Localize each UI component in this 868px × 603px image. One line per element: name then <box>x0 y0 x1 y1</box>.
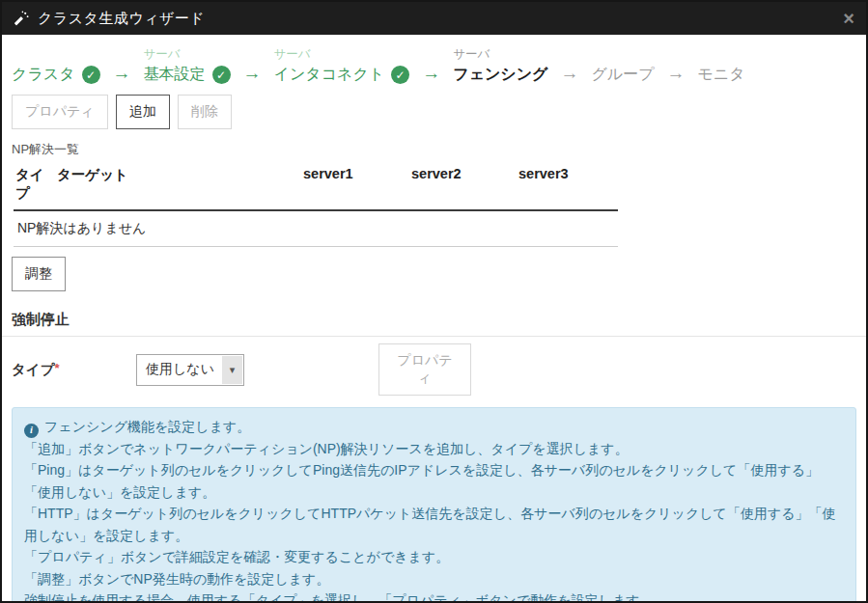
info-line: 「Ping」はターゲット列のセルをクリックしてPing送信先のIPアドレスを設定… <box>24 459 844 503</box>
magic-wand-icon <box>14 11 29 26</box>
step-label: クラスタ <box>12 65 75 85</box>
tune-button[interactable]: 調整 <box>12 257 66 291</box>
step-super-label: サーバ <box>453 46 490 65</box>
close-icon[interactable]: × <box>843 9 854 28</box>
info-line: 強制停止を使用する場合、使用する「タイプ」を選択し、「プロパティ」ボタンで動作を… <box>24 589 844 603</box>
step-label: グループ <box>591 65 654 85</box>
type-select[interactable]: 使用しない ▾ <box>136 354 244 386</box>
delete-button: 削除 <box>178 95 232 129</box>
column-header-type: タイプ <box>15 166 57 203</box>
step-group: グループ <box>591 46 654 85</box>
forced-stop-type-row: タイプ* 使用しない ▾ プロパティ <box>12 343 856 396</box>
info-line: 「プロパティ」ボタンで詳細設定を確認・変更することができます。 <box>24 546 844 568</box>
step-monitor: モニタ <box>698 46 745 85</box>
np-table-header: タイプ ターゲット server1 server2 server3 <box>14 160 618 211</box>
check-icon: ✓ <box>212 66 231 84</box>
required-mark: * <box>55 361 60 375</box>
info-line: 「調整」ボタンでNP発生時の動作を設定します。 <box>24 568 844 590</box>
title-bar: クラスタ生成ウィザード × <box>2 2 866 35</box>
type-label: タイプ* <box>12 361 136 379</box>
column-header-server1: server1 <box>303 166 411 203</box>
np-table-empty-row: NP解決はありません <box>14 211 618 247</box>
arrow-right-icon: → <box>560 63 578 85</box>
check-icon: ✓ <box>82 66 100 84</box>
info-line: 「HTTP」はターゲット列のセルをクリックしてHTTPパケット送信先を設定し、各… <box>24 503 844 546</box>
column-header-server3: server3 <box>518 166 620 203</box>
column-header-target: ターゲット <box>57 166 303 203</box>
forced-stop-property-button: プロパティ <box>378 343 471 396</box>
arrow-right-icon: → <box>243 63 262 85</box>
info-box: iフェンシング機能を設定します。 「追加」ボタンでネットワークパーティション(N… <box>12 407 856 603</box>
wizard-steps: クラスタ ✓ → サーバ 基本設定 ✓ → サーバ インタコネクト ✓ → サー… <box>12 46 856 85</box>
info-line: 「追加」ボタンでネットワークパーティション(NP)解決リソースを追加し、タイプを… <box>24 438 844 460</box>
window-title: クラスタ生成ウィザード <box>38 10 205 28</box>
property-button: プロパティ <box>12 95 108 129</box>
step-server-fencing[interactable]: サーバ フェンシング <box>453 46 547 85</box>
step-label: モニタ <box>698 65 745 85</box>
chevron-down-icon: ▾ <box>222 356 242 384</box>
np-table-caption: NP解決一覧 <box>12 141 856 158</box>
add-button[interactable]: 追加 <box>116 95 170 129</box>
step-cluster[interactable]: クラスタ ✓ <box>12 46 100 85</box>
section-divider <box>2 336 866 337</box>
step-label: フェンシング <box>453 65 547 85</box>
step-server-interconnect[interactable]: サーバ インタコネクト ✓ <box>274 46 410 85</box>
step-super-label: サーバ <box>144 46 181 65</box>
check-icon: ✓ <box>391 66 409 84</box>
type-select-value: 使用しない <box>137 361 221 378</box>
np-table: タイプ ターゲット server1 server2 server3 NP解決はあ… <box>14 160 618 247</box>
step-label: インタコネクト <box>274 65 385 85</box>
forced-stop-heading: 強制停止 <box>12 311 856 329</box>
info-line: iフェンシング機能を設定します。 <box>24 416 844 438</box>
step-label: 基本設定 <box>144 65 206 85</box>
step-server-basic[interactable]: サーバ 基本設定 ✓ <box>144 46 231 85</box>
step-super-label: サーバ <box>274 46 311 65</box>
arrow-right-icon: → <box>667 63 686 85</box>
column-header-server2: server2 <box>411 166 518 203</box>
info-icon: i <box>24 424 39 438</box>
arrow-right-icon: → <box>113 63 131 85</box>
arrow-right-icon: → <box>422 63 440 85</box>
np-toolbar: プロパティ 追加 削除 <box>12 95 856 129</box>
